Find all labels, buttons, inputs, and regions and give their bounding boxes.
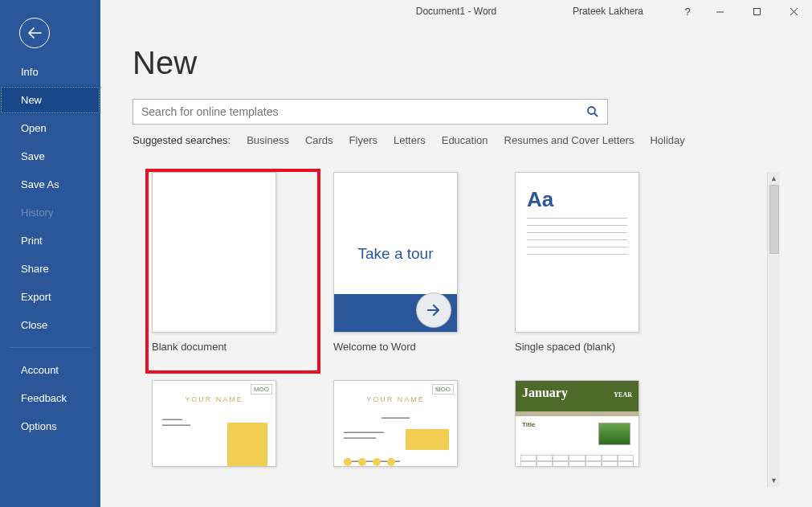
sidebar-item-open[interactable]: Open xyxy=(0,114,100,142)
suggested-business[interactable]: Business xyxy=(247,134,289,146)
suggested-label: Suggested searches: xyxy=(133,134,231,146)
search-button[interactable] xyxy=(578,100,607,124)
back-button[interactable] xyxy=(19,18,50,48)
sidebar-item-save[interactable]: Save xyxy=(0,142,100,170)
search-input[interactable] xyxy=(133,100,578,124)
svg-line-10 xyxy=(594,113,598,117)
suggested-flyers[interactable]: Flyers xyxy=(349,134,377,146)
vertical-scrollbar[interactable]: ▲ ▼ xyxy=(767,172,780,487)
minimize-button[interactable] xyxy=(701,0,738,22)
template-thumb: MOO YOUR NAME ▬▬▬▬▬▬▬▬▬▬▬▬ ▬▬▬▬▬▬▬▬▬▬▬▬▬… xyxy=(152,380,276,467)
template-welcome-to-word[interactable]: Take a tour Welcome to Word xyxy=(333,172,494,372)
calendar-month: January xyxy=(522,386,568,400)
aa-text: Aa xyxy=(527,187,553,212)
sidebar-separator xyxy=(10,347,91,348)
template-thumb: Aa xyxy=(515,172,639,333)
scroll-down-icon[interactable]: ▼ xyxy=(768,474,781,487)
svg-point-9 xyxy=(588,107,595,114)
sidebar-item-saveas[interactable]: Save As xyxy=(0,170,100,198)
sidebar-item-history: History xyxy=(0,198,100,227)
suggested-resumes[interactable]: Resumes and Cover Letters xyxy=(504,134,635,146)
maximize-button[interactable] xyxy=(738,0,775,22)
resume-heading: YOUR NAME xyxy=(334,395,457,403)
scroll-track[interactable] xyxy=(768,185,781,474)
sidebar-item-print[interactable]: Print xyxy=(0,227,100,255)
sidebar-item-info[interactable]: Info xyxy=(0,58,100,86)
help-button[interactable]: ? xyxy=(674,0,701,22)
template-resume-2[interactable]: MOO YOUR NAME ▬▬▬▬▬▬▬ ▬▬▬▬▬▬▬▬▬▬▬▬▬▬▬▬▬▬… xyxy=(333,380,494,467)
template-caption: Blank document xyxy=(152,341,312,353)
suggested-cards[interactable]: Cards xyxy=(305,134,333,146)
template-calendar[interactable]: January YEAR Title xyxy=(515,380,675,467)
backstage-sidebar: Info New Open Save Save As History Print… xyxy=(0,0,100,507)
suggested-holiday[interactable]: Holiday xyxy=(650,134,684,146)
close-button[interactable] xyxy=(775,0,812,22)
sidebar-item-account[interactable]: Account xyxy=(0,356,100,384)
sidebar-item-options[interactable]: Options xyxy=(0,412,100,440)
scroll-thumb[interactable] xyxy=(769,185,779,254)
tour-text: Take a tour xyxy=(334,245,457,263)
template-thumb xyxy=(152,172,276,333)
sidebar-item-export[interactable]: Export xyxy=(0,283,100,311)
page-title: New xyxy=(133,45,780,81)
photo-icon xyxy=(598,423,630,445)
arrow-right-icon xyxy=(417,293,451,327)
title-bar: Document1 - Word Prateek Lakhera ? xyxy=(100,0,812,22)
sidebar-item-close[interactable]: Close xyxy=(0,311,100,339)
template-grid: Blank document Take a tour Welcome to Wo… xyxy=(133,172,780,467)
sidebar-item-feedback[interactable]: Feedback xyxy=(0,384,100,412)
template-caption: Single spaced (blank) xyxy=(515,341,675,353)
template-blank-document[interactable]: Blank document xyxy=(152,172,312,372)
moo-badge: MOO xyxy=(432,384,454,395)
sidebar-item-new[interactable]: New xyxy=(0,86,100,114)
template-thumb: MOO YOUR NAME ▬▬▬▬▬▬▬ ▬▬▬▬▬▬▬▬▬▬▬▬▬▬▬▬▬▬… xyxy=(333,380,458,467)
template-thumb: Take a tour xyxy=(333,172,458,333)
scroll-up-icon[interactable]: ▲ xyxy=(768,172,781,185)
template-caption: Welcome to Word xyxy=(333,341,494,353)
template-search xyxy=(133,99,608,125)
suggested-letters[interactable]: Letters xyxy=(394,134,426,146)
calendar-year: YEAR xyxy=(614,391,632,399)
sidebar-item-share[interactable]: Share xyxy=(0,255,100,283)
main-panel: New Suggested searches: Business Cards F… xyxy=(100,0,812,507)
template-thumb: January YEAR Title xyxy=(515,380,639,467)
suggested-searches: Suggested searches: Business Cards Flyer… xyxy=(133,134,780,146)
moo-badge: MOO xyxy=(251,384,272,395)
template-single-spaced[interactable]: Aa Single spaced (blank) xyxy=(515,172,675,372)
user-name: Prateek Lakhera xyxy=(573,6,643,17)
suggested-education[interactable]: Education xyxy=(442,134,488,146)
resume-heading: YOUR NAME xyxy=(153,395,275,403)
svg-rect-6 xyxy=(753,8,760,14)
template-resume-1[interactable]: MOO YOUR NAME ▬▬▬▬▬▬▬▬▬▬▬▬ ▬▬▬▬▬▬▬▬▬▬▬▬▬… xyxy=(152,380,312,467)
